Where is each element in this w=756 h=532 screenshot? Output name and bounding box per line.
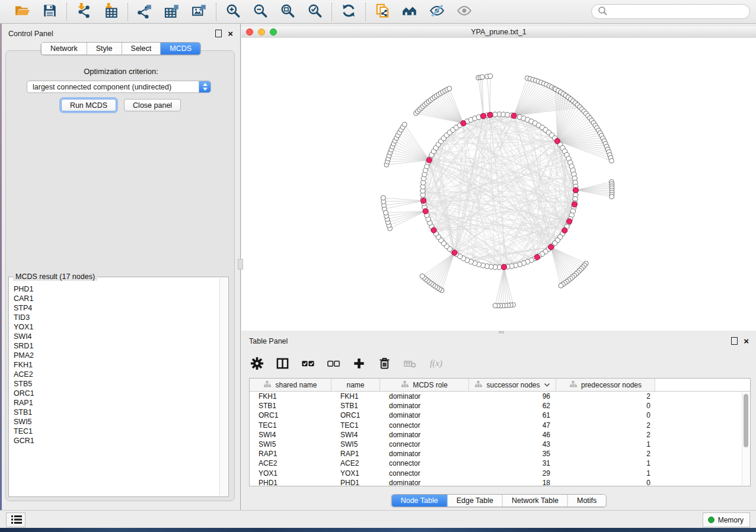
table-row[interactable]: PHD1PHD1dominator180	[250, 478, 750, 486]
criterion-dropdown[interactable]: largest connected component (undirected)	[27, 81, 211, 93]
deselect-all-rows-button[interactable]	[326, 357, 341, 372]
mcds-node[interactable]	[502, 264, 507, 270]
delete-table-button[interactable]	[402, 357, 417, 372]
mcds-node[interactable]	[487, 112, 493, 117]
float-table-panel-icon[interactable]	[731, 337, 738, 345]
column-header-MCDS-role[interactable]: MCDS role	[380, 379, 469, 391]
tab-node-table[interactable]: Node Table	[392, 495, 448, 507]
result-node-item[interactable]: YOX1	[14, 322, 220, 332]
column-header-name[interactable]: name	[331, 379, 380, 391]
mcds-node[interactable]	[554, 139, 560, 144]
table-row[interactable]: RAP1RAP1dominator352	[250, 449, 750, 459]
mcds-node[interactable]	[534, 255, 540, 260]
save-session-button[interactable]	[41, 3, 59, 21]
result-list-scrollbar[interactable]	[219, 278, 228, 496]
mcds-node[interactable]	[562, 227, 567, 233]
table-row[interactable]: SWI4SWI4dominator462	[250, 430, 750, 440]
table-scrollbar-thumb[interactable]	[744, 394, 748, 447]
search-input[interactable]	[611, 7, 744, 17]
mcds-node[interactable]	[548, 245, 554, 250]
open-file-button[interactable]	[14, 3, 31, 21]
tab-network[interactable]: Network	[42, 43, 87, 55]
tab-mcds[interactable]: MCDS	[161, 43, 200, 55]
result-node-item[interactable]: SWI5	[14, 417, 220, 427]
refresh-button[interactable]	[340, 3, 358, 21]
mcds-node[interactable]	[423, 209, 428, 214]
column-header-shared-name[interactable]: shared name	[250, 379, 331, 391]
result-node-item[interactable]: PMA2	[14, 351, 220, 360]
delete-column-button[interactable]	[377, 357, 392, 372]
mcds-node[interactable]	[572, 202, 577, 207]
column-header-predecessor-nodes[interactable]: predecessor nodes	[556, 379, 655, 391]
mcds-node[interactable]	[461, 121, 466, 126]
mcds-node[interactable]	[421, 198, 426, 203]
result-node-item[interactable]: CAR1	[14, 294, 220, 303]
table-row[interactable]: YOX1YOX1connector291	[250, 469, 750, 478]
result-node-item[interactable]: TEC1	[14, 427, 220, 436]
mcds-node[interactable]	[511, 113, 516, 118]
close-panel-button[interactable]: Close panel	[124, 99, 181, 111]
mcds-node[interactable]	[481, 113, 486, 118]
select-all-rows-button[interactable]	[300, 357, 315, 372]
tab-motifs[interactable]: Motifs	[568, 495, 605, 507]
result-node-item[interactable]: SWI4	[14, 332, 220, 341]
export-image-button[interactable]	[190, 3, 208, 21]
mcds-node[interactable]	[431, 227, 436, 233]
mcds-node[interactable]	[452, 250, 457, 255]
result-node-item[interactable]: SRD1	[14, 341, 220, 351]
tab-style[interactable]: Style	[87, 43, 122, 55]
result-node-item[interactable]: PHD1	[14, 284, 220, 294]
result-node-item[interactable]: STP4	[14, 303, 220, 313]
zoom-fit-button[interactable]	[279, 3, 296, 21]
table-row[interactable]: FKH1FKH1dominator962	[250, 392, 750, 401]
table-row[interactable]: ACE2ACE2connector311	[250, 459, 750, 468]
network-window-titlebar[interactable]: YPA_prune.txt_1	[241, 27, 756, 39]
mcds-node[interactable]	[426, 158, 432, 163]
hide-selected-button[interactable]	[428, 3, 446, 21]
show-columns-button[interactable]	[275, 357, 290, 372]
function-builder-button[interactable]: f(x)	[428, 357, 443, 372]
zoom-out-button[interactable]	[251, 3, 269, 21]
memory-button[interactable]: Memory	[703, 512, 750, 527]
zoom-in-button[interactable]	[224, 3, 242, 21]
table-row[interactable]: TEC1TEC1connector472	[250, 421, 750, 430]
result-node-item[interactable]: GCR1	[14, 436, 220, 446]
result-node-item[interactable]: STB1	[14, 408, 220, 417]
tab-network-table[interactable]: Network Table	[503, 495, 568, 507]
network-canvas[interactable]	[241, 38, 756, 331]
duplicate-network-button[interactable]	[374, 3, 391, 21]
show-all-button[interactable]	[455, 3, 473, 21]
network-graph[interactable]	[241, 38, 756, 331]
result-node-item[interactable]: ACE2	[14, 370, 220, 379]
result-node-item[interactable]: STB5	[14, 379, 220, 389]
table-row[interactable]: ORC1ORC1dominator610	[250, 411, 750, 420]
import-table-button[interactable]	[102, 3, 120, 21]
result-node-item[interactable]: FKH1	[14, 360, 220, 370]
result-node-item[interactable]: RAP1	[14, 398, 220, 408]
mcds-node[interactable]	[573, 187, 578, 193]
run-mcds-button[interactable]: Run MCDS	[61, 99, 116, 111]
import-network-button[interactable]	[75, 3, 92, 21]
result-node-item[interactable]: ORC1	[14, 389, 220, 398]
search-field[interactable]	[591, 4, 750, 19]
tab-edge-table[interactable]: Edge Table	[448, 495, 503, 507]
zoom-selected-button[interactable]	[306, 3, 324, 21]
result-node-item[interactable]: TID3	[14, 313, 220, 322]
show-panels-button[interactable]	[6, 512, 25, 527]
cell-successor-nodes: 35	[469, 450, 556, 458]
float-panel-icon[interactable]	[215, 30, 222, 37]
export-network-button[interactable]	[136, 3, 154, 21]
column-header-successor-nodes[interactable]: successor nodes	[469, 379, 556, 391]
export-table-button[interactable]	[163, 3, 181, 21]
vertical-splitter-handle[interactable]	[238, 259, 243, 270]
add-column-button[interactable]	[351, 357, 366, 372]
table-settings-button[interactable]	[249, 357, 264, 372]
table-row[interactable]: STB1STB1dominator620	[250, 401, 750, 411]
mcds-node[interactable]	[567, 219, 572, 224]
first-neighbors-button[interactable]	[401, 3, 419, 21]
tab-select[interactable]: Select	[122, 43, 161, 55]
table-row[interactable]: SWI5SWI5connector431	[250, 440, 750, 449]
table-scrollbar[interactable]	[742, 392, 749, 485]
close-panel-icon[interactable]: ×	[228, 30, 233, 37]
close-table-panel-icon[interactable]: ×	[744, 338, 749, 344]
